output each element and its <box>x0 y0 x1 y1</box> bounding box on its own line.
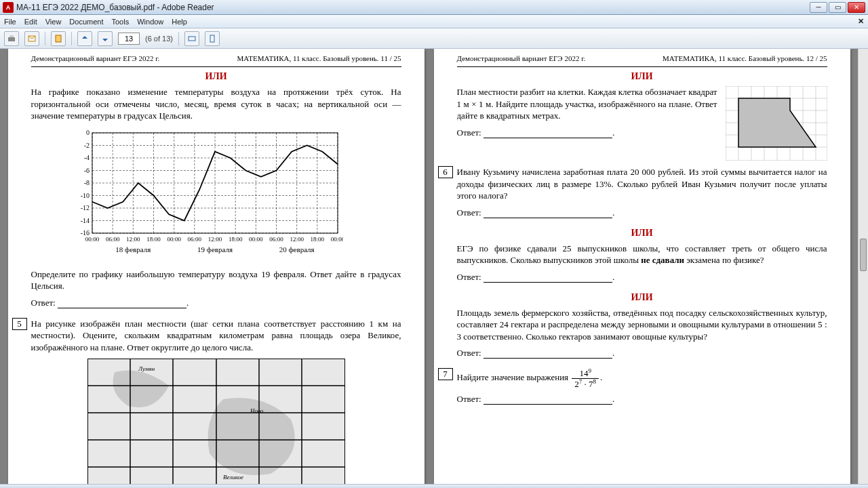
answer-line: Ответ: . <box>457 272 827 283</box>
header-right: МАТЕМАТИКА, 11 класс. Базовый уровень. 1… <box>663 54 827 62</box>
ili-heading: ИЛИ <box>457 71 827 82</box>
svg-text:00:00: 00:00 <box>330 236 342 243</box>
map-label-a: Лумян <box>138 365 155 372</box>
toolbar: (6 of 13) <box>0 28 868 49</box>
fraction: 149 27 · 78 <box>572 368 599 388</box>
question-number-5: 5 <box>12 318 27 330</box>
answer-line: Ответ: . <box>457 394 827 405</box>
print-button[interactable] <box>4 31 19 46</box>
minimize-button[interactable]: ─ <box>810 2 827 13</box>
menu-window[interactable]: Window <box>137 18 163 26</box>
svg-rect-4 <box>189 37 195 41</box>
window-title: МА-11 ЕГЭ 2022 ДЕМО_базовый.pdf - Adobe … <box>16 3 810 12</box>
header-left: Демонстрационный вариант ЕГЭ 2022 г. <box>31 54 160 62</box>
fit-width-button[interactable] <box>184 31 199 46</box>
scrollbar-thumb[interactable] <box>860 239 867 271</box>
title-bar: A МА-11 ЕГЭ 2022 ДЕМО_базовый.pdf - Adob… <box>0 0 868 15</box>
page-input[interactable] <box>118 33 140 45</box>
svg-text:18:00: 18:00 <box>228 236 242 243</box>
header-left: Демонстрационный вариант ЕГЭ 2022 г. <box>457 54 586 62</box>
menu-file[interactable]: File <box>4 18 16 26</box>
q5-text: На рисунке изображён план местности (шаг… <box>31 318 401 354</box>
svg-text:-14: -14 <box>80 216 89 224</box>
svg-rect-5 <box>210 35 214 42</box>
svg-text:12:00: 12:00 <box>126 236 140 243</box>
svg-text:00:00: 00:00 <box>85 236 99 243</box>
header-right: МАТЕМАТИКА, 11 класс. Базовый уровень. 1… <box>237 54 401 62</box>
email-button[interactable] <box>24 31 39 46</box>
answer-line: Ответ: . <box>31 298 401 308</box>
temperature-chart: 0-2-4-6-8-10-12-14-1600:0006:0012:0018:0… <box>72 127 401 263</box>
svg-text:12:00: 12:00 <box>208 236 222 243</box>
menu-bar: File Edit View Document Tools Window Hel… <box>0 15 868 28</box>
svg-text:19 февраля: 19 февраля <box>197 245 233 253</box>
svg-text:-6: -6 <box>83 166 89 174</box>
close-button[interactable]: ✕ <box>848 2 865 13</box>
svg-text:-2: -2 <box>83 141 89 148</box>
svg-text:-8: -8 <box>83 179 89 186</box>
menu-document[interactable]: Document <box>69 18 103 26</box>
answer-line: Ответ: . <box>457 348 827 359</box>
prev-page-button[interactable] <box>77 31 92 46</box>
menu-help[interactable]: Help <box>172 18 187 26</box>
page-left: Демонстрационный вариант ЕГЭ 2022 г.МАТЕ… <box>8 49 425 484</box>
svg-text:00:00: 00:00 <box>167 236 181 243</box>
maximize-button[interactable]: ▭ <box>829 2 846 13</box>
menu-edit[interactable]: Edit <box>24 18 37 26</box>
svg-text:06:00: 06:00 <box>105 236 119 243</box>
map-label-b: Ново <box>250 407 264 414</box>
svg-text:20 февраля: 20 февраля <box>279 245 314 253</box>
menu-tools[interactable]: Tools <box>112 18 130 26</box>
svg-text:18:00: 18:00 <box>146 236 161 243</box>
menu-view[interactable]: View <box>45 18 62 26</box>
document-viewport[interactable]: Демонстрационный вариант ЕГЭ 2022 г.МАТЕ… <box>0 49 858 484</box>
svg-text:0: 0 <box>86 129 90 136</box>
svg-text:-10: -10 <box>80 191 89 199</box>
page-count: (6 of 13) <box>145 35 173 43</box>
physics-problem: ЕГЭ по физике сдавали 25 выпускников шко… <box>457 243 827 266</box>
map-figure: Лумян Ново Великое <box>87 359 345 484</box>
svg-rect-3 <box>56 35 61 42</box>
close-doc-button[interactable]: ✕ <box>858 17 864 26</box>
svg-rect-1 <box>9 35 14 37</box>
q6-text: Ивану Кузьмичу начислена заработная плат… <box>457 166 827 202</box>
question-number-6: 6 <box>438 166 453 178</box>
svg-text:-4: -4 <box>83 154 89 161</box>
next-page-button[interactable] <box>98 31 113 46</box>
ili-heading: ИЛИ <box>457 228 827 239</box>
problem-text: На графике показано изменение температур… <box>31 86 401 122</box>
svg-text:06:00: 06:00 <box>269 236 283 243</box>
question-number-7: 7 <box>438 368 453 380</box>
page-right: Демонстрационный вариант ЕГЭ 2022 г.МАТЕ… <box>434 49 850 484</box>
ili-heading: ИЛИ <box>457 292 827 303</box>
status-bar <box>0 484 868 488</box>
svg-text:00:00: 00:00 <box>249 236 263 243</box>
ili-heading: ИЛИ <box>31 71 401 82</box>
svg-text:12:00: 12:00 <box>290 236 304 243</box>
svg-text:-12: -12 <box>80 204 89 211</box>
answer-line: Ответ: . <box>457 207 827 218</box>
svg-text:06:00: 06:00 <box>187 236 201 243</box>
vertical-scrollbar[interactable] <box>858 49 868 484</box>
svg-rect-0 <box>8 37 15 41</box>
svg-text:18:00: 18:00 <box>310 236 324 243</box>
map-label-c: Великое <box>223 474 243 481</box>
svg-text:18 февраля: 18 февраля <box>115 245 151 253</box>
farm-problem: Площадь земель фермерского хозяйства, от… <box>457 307 827 343</box>
fit-page-button[interactable] <box>205 31 220 46</box>
q7-text: Найдите значение выражения 149 27 · 78 . <box>457 368 827 388</box>
problem-question: Определите по графику наибольшую темпера… <box>31 268 401 292</box>
grid-figure <box>726 86 827 161</box>
app-icon: A <box>3 2 14 13</box>
pages-button[interactable] <box>51 31 66 46</box>
